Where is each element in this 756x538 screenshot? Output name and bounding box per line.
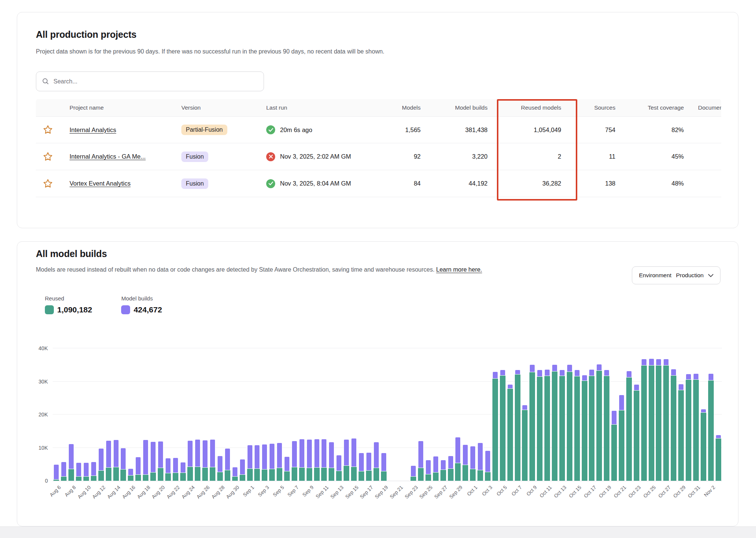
chart-bar-sep-7[interactable] xyxy=(292,348,297,481)
chart-bar-sep-23[interactable] xyxy=(411,348,416,481)
chart-bar-oct-20[interactable] xyxy=(611,348,617,481)
chart-bar-sep-16[interactable] xyxy=(359,348,364,481)
chart-bar-oct-30[interactable] xyxy=(686,348,691,481)
chart-bar-aug-18[interactable] xyxy=(143,348,148,481)
chart-bar-aug-10[interactable] xyxy=(83,348,89,481)
chart-bar-oct-28[interactable] xyxy=(671,348,676,481)
chart-bar-oct-12[interactable] xyxy=(552,348,557,481)
chart-bar-aug-9[interactable] xyxy=(76,348,82,481)
chart-bar-oct-22[interactable] xyxy=(626,348,632,481)
chart-bar-aug-23[interactable] xyxy=(180,348,186,481)
chart-bar-aug-19[interactable] xyxy=(150,348,156,481)
chart-bar-sep-13[interactable] xyxy=(336,348,342,481)
chart-bar-sep-9[interactable] xyxy=(307,348,312,481)
chart-bar-aug-12[interactable] xyxy=(98,348,104,481)
chart-bar-sep-27[interactable] xyxy=(440,348,446,481)
chart-bar-sep-10[interactable] xyxy=(314,348,320,481)
chart-bar-aug-27[interactable] xyxy=(210,348,215,481)
chart-bar-aug-28[interactable] xyxy=(217,348,223,481)
learn-more-link[interactable]: Learn more here. xyxy=(436,266,482,273)
star-icon[interactable] xyxy=(42,151,53,162)
chart-bar-oct-19[interactable] xyxy=(604,348,609,481)
chart-bar-aug-29[interactable] xyxy=(225,348,230,481)
chart-bar-oct-10[interactable] xyxy=(537,348,543,481)
chart-bar-nov-2[interactable] xyxy=(708,348,714,481)
chart-bar-sep-5[interactable] xyxy=(277,348,282,481)
chart-bar-aug-21[interactable] xyxy=(165,348,171,481)
chart-bar-sep-28[interactable] xyxy=(448,348,454,481)
chart-bar-aug-17[interactable] xyxy=(135,348,141,481)
chart-bar-nov-3[interactable] xyxy=(716,348,721,481)
chart-bar-sep-25[interactable] xyxy=(425,348,431,481)
chart-bar-oct-14[interactable] xyxy=(567,348,572,481)
chart-bar-oct-15[interactable] xyxy=(574,348,580,481)
chart-bar-sep-2[interactable] xyxy=(254,348,260,481)
chart-bar-aug-22[interactable] xyxy=(173,348,178,481)
chart-bar-oct-25[interactable] xyxy=(649,348,654,481)
favorite-cell[interactable] xyxy=(36,151,70,162)
chart-bar-aug-31[interactable] xyxy=(240,348,245,481)
chart-bar-oct-11[interactable] xyxy=(544,348,550,481)
chart-bar-oct-21[interactable] xyxy=(619,348,624,481)
chart-bar-aug-7[interactable] xyxy=(61,348,67,481)
chart-bar-aug-26[interactable] xyxy=(202,348,208,481)
chart-bar-oct-13[interactable] xyxy=(559,348,565,481)
chart-bar-oct-8[interactable] xyxy=(522,348,528,481)
chart-bar-aug-6[interactable] xyxy=(53,348,59,481)
chart-bar-aug-8[interactable] xyxy=(68,348,74,481)
search-input[interactable] xyxy=(53,78,258,85)
chart-bar-aug-13[interactable] xyxy=(106,348,111,481)
chart-bar-sep-11[interactable] xyxy=(321,348,327,481)
chart-bar-oct-7[interactable] xyxy=(515,348,520,481)
chart-bar-sep-30[interactable] xyxy=(462,348,468,481)
chart-bar-oct-3[interactable] xyxy=(485,348,491,481)
chart-bar-oct-26[interactable] xyxy=(656,348,661,481)
star-icon[interactable] xyxy=(42,178,53,189)
chart-bar-sep-26[interactable] xyxy=(433,348,439,481)
chart-bar-sep-15[interactable] xyxy=(351,348,357,481)
chart-bar-sep-6[interactable] xyxy=(284,348,290,481)
chart-bar-oct-4[interactable] xyxy=(492,348,498,481)
chart-bar-aug-24[interactable] xyxy=(187,348,193,481)
chart-bar-oct-31[interactable] xyxy=(693,348,699,481)
chart-bar-oct-24[interactable] xyxy=(641,348,647,481)
project-name-link[interactable]: Internal Analytics xyxy=(70,126,116,133)
chart-bar-aug-30[interactable] xyxy=(232,348,238,481)
project-name-link[interactable]: Internal Analytics - GA Me... xyxy=(70,153,146,160)
favorite-cell[interactable] xyxy=(36,178,70,189)
chart-bar-aug-15[interactable] xyxy=(120,348,126,481)
chart-bar-sep-4[interactable] xyxy=(269,348,275,481)
project-search[interactable] xyxy=(36,71,264,91)
chart-bar-oct-9[interactable] xyxy=(529,348,535,481)
chart-bar-sep-14[interactable] xyxy=(344,348,349,481)
chart-bar-sep-29[interactable] xyxy=(455,348,461,481)
chart-bar-nov-1[interactable] xyxy=(701,348,706,481)
chart-bar-aug-16[interactable] xyxy=(128,348,133,481)
star-icon[interactable] xyxy=(42,124,53,135)
chart-bar-oct-27[interactable] xyxy=(663,348,669,481)
chart-bar-oct-16[interactable] xyxy=(582,348,587,481)
chart-bar-oct-23[interactable] xyxy=(634,348,639,481)
chart-bar-sep-8[interactable] xyxy=(299,348,305,481)
chart-bar-oct-29[interactable] xyxy=(678,348,684,481)
chart-bar-sep-17[interactable] xyxy=(366,348,372,481)
chart-bar-sep-12[interactable] xyxy=(329,348,334,481)
chart-bar-aug-20[interactable] xyxy=(158,348,163,481)
chart-bar-aug-11[interactable] xyxy=(91,348,96,481)
project-name-link[interactable]: Vortex Event Analytics xyxy=(70,180,130,187)
chart-bar-aug-25[interactable] xyxy=(195,348,200,481)
chart-bar-sep-24[interactable] xyxy=(418,348,424,481)
chart-bar-sep-1[interactable] xyxy=(247,348,253,481)
chart-bar-aug-14[interactable] xyxy=(113,348,119,481)
chart-bar-oct-2[interactable] xyxy=(477,348,483,481)
chart-bar-oct-6[interactable] xyxy=(507,348,513,481)
chart-bar-oct-1[interactable] xyxy=(470,348,476,481)
chart-bar-sep-19[interactable] xyxy=(381,348,387,481)
favorite-cell[interactable] xyxy=(36,124,70,135)
environment-dropdown[interactable]: Environment Production xyxy=(632,266,720,284)
chart-bar-oct-5[interactable] xyxy=(500,348,505,481)
chart-bar-sep-3[interactable] xyxy=(262,348,267,481)
chart-bar-sep-18[interactable] xyxy=(374,348,379,481)
chart-bar-oct-18[interactable] xyxy=(596,348,602,481)
chart-bar-oct-17[interactable] xyxy=(589,348,594,481)
